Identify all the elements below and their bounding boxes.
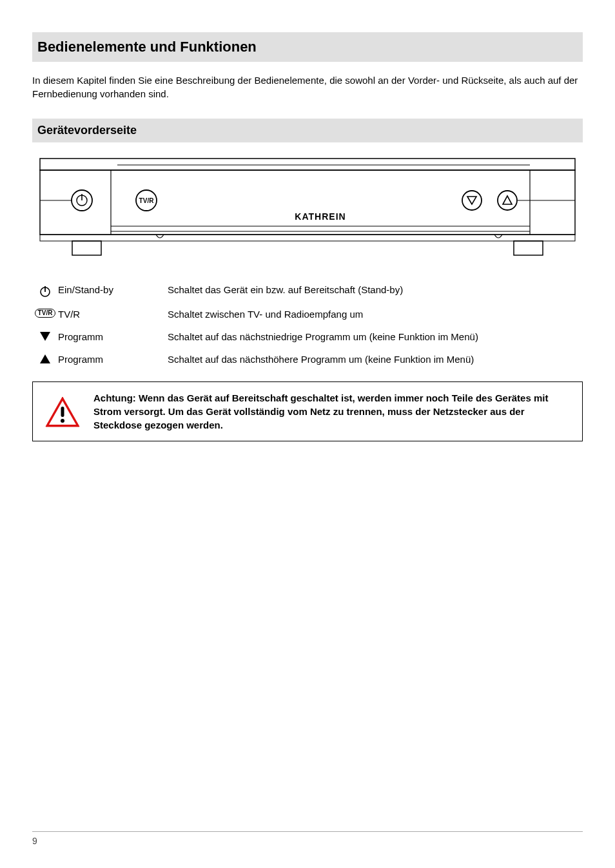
warning-icon [43, 396, 82, 428]
svg-rect-27 [61, 407, 64, 417]
svg-marker-24 [40, 354, 50, 363]
warning-box: Achtung: Wenn das Gerät auf Bereitschaft… [32, 381, 583, 441]
brand-label: KATHREIN [295, 211, 346, 222]
svg-point-18 [498, 191, 517, 210]
def-row-tvr: TV/R TV/R Schaltet zwischen TV- und Radi… [32, 307, 583, 321]
triangle-down-icon [32, 330, 58, 342]
def-label-tvr: TV/R [58, 307, 168, 321]
svg-rect-8 [72, 241, 101, 255]
page-number: 9 [32, 836, 37, 846]
svg-rect-1 [40, 170, 575, 235]
controls-definitions: Ein/Stand-by Schaltet das Gerät ein bzw.… [32, 283, 583, 366]
svg-marker-19 [503, 196, 512, 204]
intro-text: In diesem Kapitel finden Sie eine Beschr… [32, 73, 583, 101]
page-footer: 9 [32, 831, 583, 846]
device-front-diagram: KATHREIN TV/R [34, 155, 581, 265]
def-label-power: Ein/Stand-by [58, 283, 168, 296]
power-icon [32, 283, 58, 298]
svg-rect-0 [40, 159, 575, 170]
svg-marker-23 [40, 332, 50, 341]
def-row-power: Ein/Stand-by Schaltet das Gerät ein bzw.… [32, 283, 583, 298]
def-desc-down: Schaltet auf das nächstniedrige Programm… [168, 330, 583, 343]
tvr-icon: TV/R [32, 307, 58, 318]
svg-point-16 [462, 191, 482, 210]
svg-marker-17 [467, 197, 476, 204]
svg-point-28 [61, 419, 64, 423]
page-title: Bedienelemente und Funktionen [32, 32, 583, 62]
triangle-up-icon [32, 352, 58, 364]
def-row-down: Programm Schaltet auf das nächstniedrige… [32, 330, 583, 343]
def-desc-power: Schaltet das Gerät ein bzw. auf Bereitsc… [168, 283, 583, 296]
def-label-down: Programm [58, 330, 168, 343]
section-heading-front: Gerätevorderseite [32, 119, 583, 142]
def-label-up: Programm [58, 352, 168, 366]
svg-rect-9 [514, 241, 543, 255]
warning-text: Achtung: Wenn das Gerät auf Bereitschaft… [93, 391, 572, 432]
def-row-up: Programm Schaltet auf das nächsthöhere P… [32, 352, 583, 366]
def-desc-up: Schaltet auf das nächsthöhere Programm u… [168, 352, 583, 366]
svg-text:TV/R: TV/R [139, 197, 155, 204]
def-desc-tvr: Schaltet zwischen TV- und Radioempfang u… [168, 307, 583, 321]
